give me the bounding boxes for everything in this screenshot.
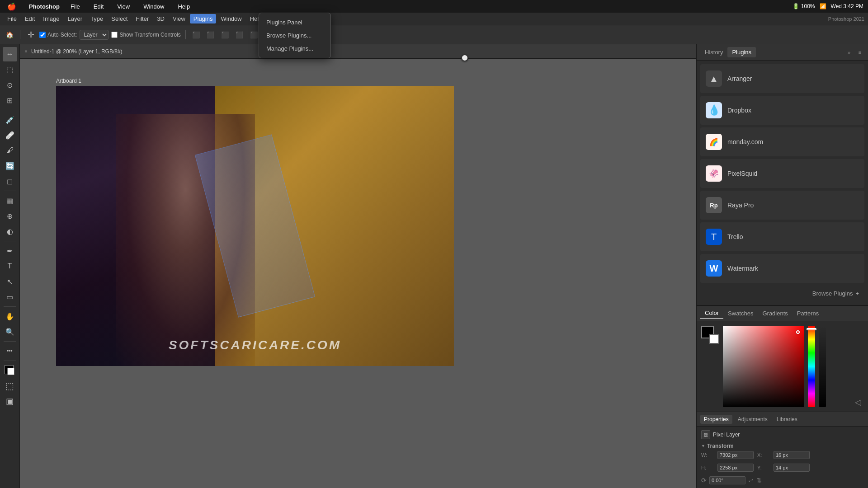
tab-patterns[interactable]: Patterns <box>793 308 823 319</box>
transform-section[interactable]: Transform <box>701 443 863 449</box>
plugin-item-pixelsquid[interactable]: 🦑 PixelSquid <box>700 159 864 188</box>
path-selection-tool[interactable]: ↖ <box>3 274 17 289</box>
ps-menu-3d[interactable]: 3D <box>153 14 168 23</box>
lasso-tool[interactable]: ⊙ <box>3 78 17 92</box>
flip-h-btn[interactable]: ⇌ <box>748 477 754 484</box>
more-tools-btn[interactable]: ••• <box>3 344 17 358</box>
gradient-tool[interactable]: ▦ <box>3 193 17 208</box>
dropdown-item-manage-plugins[interactable]: Manage Plugins... <box>259 42 330 55</box>
ps-menu-edit[interactable]: Edit <box>21 14 38 23</box>
panel-tab-controls: » ≡ <box>844 48 864 57</box>
align-center-btn[interactable]: ⬛ <box>205 29 217 41</box>
eyedropper-tool[interactable]: 💉 <box>3 113 17 127</box>
plugin-icon-arranger: ▲ <box>706 70 722 87</box>
apple-menu[interactable]: 🍎 <box>5 1 19 12</box>
tab-color[interactable]: Color <box>700 308 723 319</box>
color-gradient-picker[interactable] <box>723 326 804 407</box>
plugin-item-dropbox[interactable]: 💧 Dropbox <box>700 96 864 125</box>
ps-menu-view[interactable]: View <box>169 14 189 23</box>
artboard[interactable]: SOFTSCARICARE.COM <box>56 86 454 366</box>
shape-tool[interactable]: ▭ <box>3 290 17 304</box>
crop-tool[interactable]: ⊞ <box>3 93 17 108</box>
move-tool[interactable]: ↔ <box>3 47 17 61</box>
hue-slider-handle <box>807 328 816 330</box>
ps-menu-type[interactable]: Type <box>87 14 107 23</box>
ps-menu-window[interactable]: Window <box>217 14 245 23</box>
eraser-tool[interactable]: ◻ <box>3 174 17 188</box>
height-input[interactable] <box>717 464 754 472</box>
angle-input[interactable] <box>709 476 745 484</box>
mac-status-area: 🔋 100% 📶 Wed 3:42 PM <box>793 3 863 9</box>
y-input[interactable] <box>774 464 810 472</box>
healing-tool[interactable]: 🩹 <box>3 128 17 142</box>
tab-libraries[interactable]: Libraries <box>773 415 801 424</box>
tab-plugins[interactable]: Plugins <box>727 47 756 57</box>
brush-tool[interactable]: 🖌 <box>3 143 17 158</box>
transform-controls-checkbox[interactable] <box>111 32 118 38</box>
screen-mode-btn[interactable]: ▣ <box>3 394 17 408</box>
color-picker-cursor <box>796 330 800 334</box>
mac-menu-view[interactable]: View <box>114 2 132 11</box>
mac-menu-window[interactable]: Window <box>141 2 167 11</box>
dropdown-item-browse-plugins[interactable]: Browse Plugins... <box>259 29 330 42</box>
plugin-item-arranger[interactable]: ▲ Arranger <box>700 64 864 93</box>
text-tool[interactable]: T <box>3 259 17 273</box>
tab-properties[interactable]: Properties <box>700 415 732 424</box>
quick-mask-btn[interactable]: ⬚ <box>3 379 17 393</box>
align-right-btn[interactable]: ⬛ <box>219 29 231 41</box>
auto-select-target[interactable]: Layer Group <box>80 30 108 40</box>
clone-stamp-tool[interactable]: 🔄 <box>3 159 17 173</box>
canvas-content[interactable]: Artboard 1 SOFTSCARICARE.COM <box>20 59 696 488</box>
flip-v-btn[interactable]: ⇅ <box>756 477 762 484</box>
ps-menu-filter[interactable]: Filter <box>132 14 152 23</box>
zoom-tool[interactable]: 🔍 <box>3 324 17 339</box>
pixel-layer-label: Pixel Layer <box>713 432 740 438</box>
mac-menu-help[interactable]: Help <box>175 2 193 11</box>
plugin-name-dropbox: Dropbox <box>727 107 751 114</box>
mac-menu-file[interactable]: File <box>68 2 83 11</box>
align-left-btn[interactable]: ⬛ <box>190 29 202 41</box>
pen-tool[interactable]: ✒ <box>3 244 17 258</box>
color-panel-content: ◁ <box>697 321 868 412</box>
align-top-btn[interactable]: ⬛ <box>234 29 245 41</box>
home-button[interactable]: 🏠 <box>4 29 15 41</box>
auto-select-checkbox[interactable] <box>39 32 46 38</box>
blur-tool[interactable]: ⊕ <box>3 209 17 223</box>
ps-menu-image[interactable]: Image <box>39 14 63 23</box>
canvas-tab-title: Untitled-1 @ 200% (Layer 1, RGB/8#) <box>31 48 123 55</box>
ps-menu-plugins[interactable]: Plugins <box>190 14 217 23</box>
plugin-item-rayapro[interactable]: Rp Raya Pro <box>700 191 864 220</box>
properties-content: 🖼 Pixel Layer Transform W: X: <box>697 427 868 488</box>
tab-history[interactable]: History <box>700 47 727 57</box>
ps-menu-select[interactable]: Select <box>108 14 131 23</box>
artboard-label: Artboard 1 <box>56 78 81 84</box>
panel-menu-btn[interactable]: ≡ <box>855 48 864 57</box>
tab-gradients[interactable]: Gradients <box>758 308 792 319</box>
foreground-color[interactable] <box>3 363 17 378</box>
angle-row: ⟳ ⇌ ⇅ <box>701 476 863 484</box>
mac-menu-edit[interactable]: Edit <box>91 2 106 11</box>
dropdown-item-plugins-panel[interactable]: Plugins Panel <box>259 16 330 29</box>
align-middle-btn[interactable]: ⬛ <box>248 29 260 41</box>
dodge-tool[interactable]: ◐ <box>3 224 17 239</box>
tab-swatches[interactable]: Swatches <box>723 308 758 319</box>
tab-adjustments[interactable]: Adjustments <box>734 415 771 424</box>
width-input[interactable] <box>717 451 754 459</box>
ps-menu-layer[interactable]: Layer <box>64 14 86 23</box>
wh-row: W: X: <box>701 451 863 462</box>
plugin-item-watermark[interactable]: W Watermark <box>700 254 864 283</box>
panel-expand-btn[interactable]: » <box>844 48 854 57</box>
x-input[interactable] <box>774 451 810 459</box>
browse-plugins-button[interactable]: Browse Plugins + <box>700 286 864 301</box>
background-swatch[interactable] <box>709 334 719 344</box>
ps-menu-file[interactable]: File <box>4 14 20 23</box>
opacity-slider[interactable] <box>819 326 826 407</box>
plugin-item-trello[interactable]: T Trello <box>700 222 864 251</box>
hue-slider[interactable] <box>808 326 815 407</box>
hand-tool[interactable]: ✋ <box>3 309 17 324</box>
tool-separator-2 <box>4 191 16 191</box>
tab-close[interactable]: × <box>24 48 28 55</box>
plugin-item-monday[interactable]: 🌈 monday.com <box>700 127 864 156</box>
move-tool-btn[interactable]: ✛ <box>25 29 37 41</box>
selection-tool[interactable]: ⬚ <box>3 62 17 77</box>
